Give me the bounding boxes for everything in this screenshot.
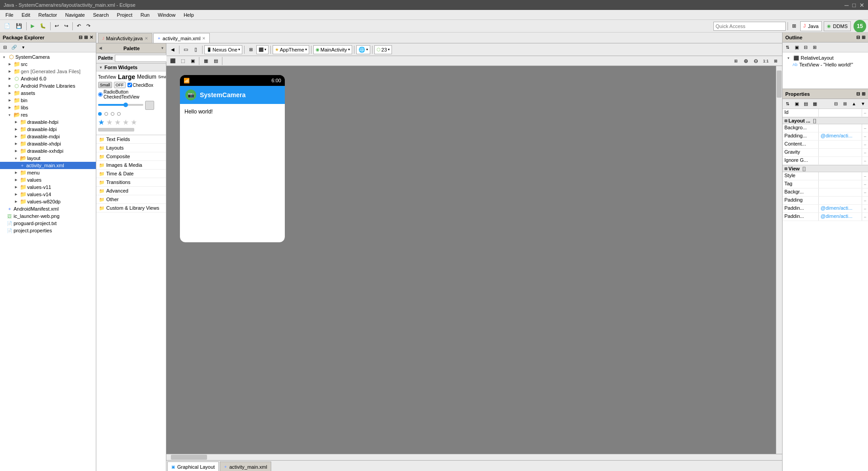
tree-item-android60[interactable]: ⬡ Android 6.0 bbox=[0, 75, 96, 82]
maximize-panel-icon[interactable]: ⊞ bbox=[84, 35, 88, 40]
show-constraints-btn[interactable]: ▤ bbox=[211, 57, 220, 66]
palette-search-input[interactable] bbox=[115, 55, 175, 62]
outline-sort-btn[interactable]: ⇅ bbox=[783, 43, 792, 52]
menu-refactor[interactable]: Refactor bbox=[35, 11, 61, 19]
wireframe-view-btn[interactable]: ⬚ bbox=[178, 57, 187, 66]
tb-debug[interactable]: 🐛 bbox=[38, 21, 48, 31]
menu-navigate[interactable]: Navigate bbox=[61, 11, 88, 19]
palette-cat-transitions[interactable]: 📁 Transitions bbox=[96, 178, 166, 187]
close-panel-icon[interactable]: ✕ bbox=[90, 35, 93, 40]
palette-cat-time-date[interactable]: 📁 Time & Date bbox=[96, 170, 166, 178]
portrait-button[interactable]: ▭ bbox=[181, 45, 190, 54]
zoom-fit2-btn[interactable]: ⊠ bbox=[771, 57, 780, 66]
menu-project[interactable]: Project bbox=[113, 11, 136, 19]
outline-relative-layout[interactable]: ⬛ RelativeLayout bbox=[785, 54, 865, 61]
tree-item-libs[interactable]: 📁 libs bbox=[0, 104, 96, 111]
tree-item-private-libs[interactable]: ⬡ Android Private Libraries bbox=[0, 82, 96, 89]
palette-cat-advanced[interactable]: 📁 Advanced bbox=[96, 187, 166, 195]
tree-item-bin[interactable]: 📁 bin bbox=[0, 97, 96, 104]
link-with-editor-button[interactable]: 🔗 bbox=[10, 43, 18, 52]
outline-view-btn[interactable]: ▣ bbox=[188, 57, 197, 66]
prop-action[interactable]: – bbox=[862, 124, 868, 132]
prop-value[interactable] bbox=[819, 109, 862, 117]
prop-group-view[interactable]: ⊟ View [] bbox=[783, 165, 868, 172]
snap-btn[interactable]: ▦ bbox=[201, 57, 210, 66]
props-collapse-btn[interactable]: ⊟ bbox=[832, 100, 840, 108]
canvas-vertical-scrollbar[interactable] bbox=[776, 66, 782, 454]
perspective-ddms[interactable]: ◉ DDMS bbox=[824, 21, 851, 31]
tree-item-values-v11[interactable]: 📁 values-v11 bbox=[0, 184, 96, 191]
prop-action[interactable]: – bbox=[862, 132, 868, 140]
zoom-100-btn[interactable]: 1:1 bbox=[761, 57, 770, 66]
prop-value[interactable] bbox=[819, 141, 862, 148]
perspective-java[interactable]: J Java bbox=[800, 21, 822, 31]
palette-cat-composite[interactable]: 📁 Composite bbox=[96, 152, 166, 161]
palette-cat-images-media[interactable]: 📁 Images & Media bbox=[96, 161, 166, 170]
props-categories-btn[interactable]: ▣ bbox=[793, 100, 801, 108]
prop-action[interactable]: – bbox=[862, 141, 868, 148]
prop-action[interactable]: – bbox=[862, 188, 868, 196]
scrollbar-thumb-v[interactable] bbox=[777, 71, 782, 98]
prop-value[interactable]: @dimen/acti... bbox=[819, 132, 862, 140]
tb-redo[interactable]: ↷ bbox=[84, 21, 93, 31]
outline-collapse-btn[interactable]: ⊟ bbox=[802, 43, 810, 52]
theme-dropdown[interactable]: ★ AppTheme ▾ bbox=[273, 45, 309, 54]
palette-cat-other[interactable]: 📁 Other bbox=[96, 195, 166, 204]
tree-item-drawable-hdpi[interactable]: 📁 drawable-hdpi bbox=[0, 118, 96, 126]
prop-action[interactable]: – bbox=[862, 157, 868, 165]
tree-item-drawable-xxhdpi[interactable]: 📁 drawable-xxhdpi bbox=[0, 147, 96, 155]
prop-group-layout[interactable]: ⊟ Layout ... [] bbox=[783, 117, 868, 124]
tree-item-proguard[interactable]: 📄 proguard-project.txt bbox=[0, 220, 96, 227]
tree-item-projectprops[interactable]: 📄 project.properties bbox=[0, 227, 96, 234]
props-expand-btn[interactable]: ⊞ bbox=[841, 100, 849, 108]
tab-mainactivity-java[interactable]: J MainActivity.java ✕ bbox=[98, 33, 152, 43]
prop-value[interactable] bbox=[819, 197, 862, 204]
minimize-button[interactable]: ─ bbox=[844, 2, 849, 9]
tree-item-layout[interactable]: 📂 layout bbox=[0, 155, 96, 162]
maximize-button[interactable]: □ bbox=[852, 2, 856, 9]
screen-size-dropdown[interactable]: ⬛ ▾ bbox=[256, 45, 269, 54]
zoom-fit-btn[interactable]: ⊞ bbox=[731, 57, 741, 66]
menu-file[interactable]: File bbox=[2, 11, 17, 19]
palette-dropdown-icon[interactable]: ▾ bbox=[161, 46, 163, 50]
prop-action[interactable]: – bbox=[862, 109, 868, 117]
props-sort-btn[interactable]: ⇅ bbox=[783, 100, 792, 108]
menu-window[interactable]: Window bbox=[154, 11, 179, 19]
palette-cat-text-fields[interactable]: 📁 Text Fields bbox=[96, 135, 166, 144]
prop-action[interactable]: – bbox=[862, 197, 868, 204]
device-dropdown[interactable]: 📱 Nexus One ▾ bbox=[204, 45, 242, 54]
tb-back[interactable]: ↩ bbox=[52, 21, 61, 31]
explorer-menu-button[interactable]: ▾ bbox=[19, 43, 27, 52]
prop-action[interactable]: – bbox=[862, 180, 868, 188]
tab-close-java[interactable]: ✕ bbox=[145, 36, 148, 41]
tb-undo[interactable]: ↶ bbox=[75, 21, 83, 31]
screen-size-button[interactable]: ⊞ bbox=[246, 45, 255, 54]
menu-run[interactable]: Run bbox=[137, 11, 153, 19]
prop-value[interactable] bbox=[819, 157, 862, 165]
tab-close-xml[interactable]: ✕ bbox=[202, 36, 206, 41]
tree-item-androidmanifest[interactable]: ✦ AndroidManifest.xml bbox=[0, 205, 96, 212]
prop-action[interactable]: – bbox=[862, 205, 868, 212]
palette-cat-custom-library[interactable]: 📁 Custom & Library Views bbox=[96, 204, 166, 212]
open-perspective-button[interactable]: ⊞ bbox=[790, 21, 798, 31]
canvas-horizontal-scrollbar[interactable] bbox=[166, 454, 782, 460]
tab-graphical-layout[interactable]: ▣ Graphical Layout bbox=[167, 462, 219, 471]
tree-item-src[interactable]: 📁 src bbox=[0, 61, 96, 68]
landscape-button[interactable]: ▯ bbox=[191, 45, 200, 54]
zoom-in-btn[interactable]: ⊕ bbox=[741, 57, 750, 66]
outline-expand-btn[interactable]: ⊞ bbox=[811, 43, 819, 52]
maximize-props-icon[interactable]: ⊞ bbox=[862, 91, 865, 96]
prop-value[interactable]: @dimen/acti... bbox=[819, 205, 862, 212]
tree-item-menu[interactable]: 📁 menu bbox=[0, 169, 96, 176]
prop-action[interactable]: – bbox=[862, 172, 868, 180]
tree-item-res[interactable]: 📂 res bbox=[0, 111, 96, 118]
user-avatar[interactable]: 15 bbox=[854, 20, 866, 33]
tb-fwd[interactable]: ↪ bbox=[62, 21, 71, 31]
tree-item-drawable-xhdpi[interactable]: 📁 drawable-xhdpi bbox=[0, 140, 96, 147]
tree-item-activity-main[interactable]: ✦ activity_main.xml bbox=[0, 162, 96, 169]
collapse-all-button[interactable]: ⊟ bbox=[1, 43, 9, 52]
tab-activity-main-xml[interactable]: ✦ activity_main.xml ✕ bbox=[153, 33, 210, 43]
tb-new[interactable]: 📄 bbox=[2, 21, 13, 31]
tree-item-values-v14[interactable]: 📁 values-v14 bbox=[0, 191, 96, 198]
tree-item-drawable-ldpi[interactable]: 📁 drawable-ldpi bbox=[0, 126, 96, 133]
